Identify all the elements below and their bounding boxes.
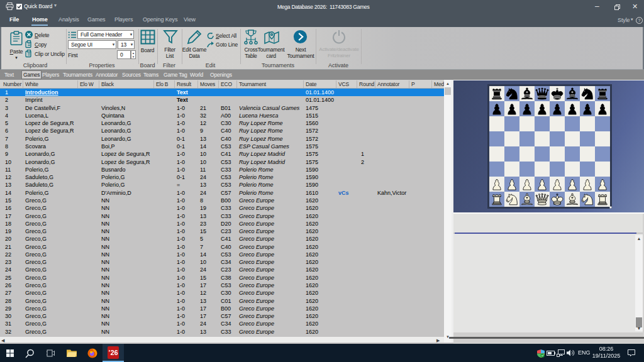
svg-text:?: ? <box>638 18 641 23</box>
